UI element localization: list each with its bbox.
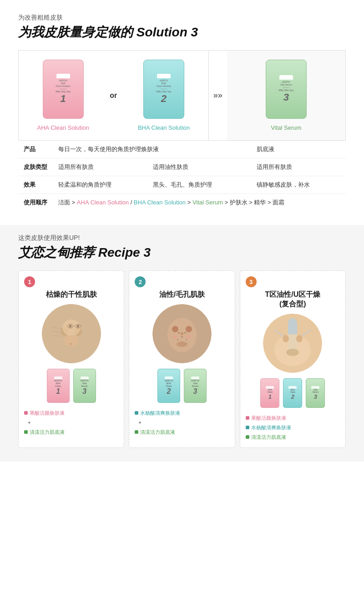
product-right: ARRTIAVital Serum———Milky Way Spa 3 Vita…: [227, 51, 345, 140]
mini-bottle-aha-3: AHAClean 1: [260, 378, 279, 408]
mini-bottle-vital-3: VitalSerum 3: [306, 378, 325, 408]
card-bottles-3: AHAClean 1 BHAClean 2 VitalSerum 3: [260, 378, 325, 408]
table-row-effect: 效果 轻柔温和的角质护理 黑头、毛孔、角质护理 镇静敏感皮肤，补水: [18, 176, 346, 194]
product-desc-vital: 肌底液: [251, 141, 346, 158]
card-title-3: T区油性/U区干燥 (复合型): [265, 290, 320, 309]
dot-green-1: [24, 430, 28, 434]
mini-bottle-vital-1: ARRTIAVitalSerum 3: [73, 369, 96, 403]
label-effect: 效果: [18, 176, 53, 194]
label-usage: 使用顺序: [18, 194, 53, 212]
face-svg-combo: [263, 314, 322, 373]
bottom-section: 这类皮肤使用效果UP! 艾恋之甸推荐 Recipe 3 1 枯燥的干性肌肤: [0, 225, 364, 462]
dot-green-2: [135, 430, 138, 434]
page-wrapper: 为改善粗糙皮肤 为我皮肤量身定做的 Solution 3 ARRTIAAHACl…: [0, 0, 364, 462]
svg-point-13: [172, 326, 178, 332]
mini-num-2: 2: [167, 387, 171, 396]
bottle-number-bha: 2: [161, 93, 167, 105]
card-bottles-1: ARRTIAAHAClean 1 ARRTIAVitalSerum 3: [47, 369, 96, 403]
ing-text-vital-1: 清漾活力肌底液: [30, 429, 65, 435]
svg-point-15: [173, 335, 177, 339]
face-combo-illustration: [263, 314, 322, 373]
card-title-2: 油性/毛孔肌肤: [159, 290, 205, 300]
dot-teal-2: [135, 411, 138, 415]
main-title-cn: 为我皮肤量身定做的: [18, 25, 133, 39]
arrow-label: »»: [209, 91, 227, 100]
effect-bha: 黑头、毛孔、角质护理: [147, 176, 251, 194]
brand-label-aha: ARRTIAAHAClean Solution———Milky Way Spa: [56, 79, 71, 93]
mini-bottle-bha-2: ARRTIABHAClean 2: [157, 369, 180, 403]
mini-num-1b: 1: [268, 393, 272, 400]
face-combo: [263, 314, 322, 373]
product-bha: ARRTIABHAClean Solution———Milky Way Spa …: [124, 60, 203, 131]
bottle-cap-vital: [279, 75, 293, 80]
label-product: 产品: [18, 141, 53, 158]
svg-point-22: [177, 339, 178, 341]
card-ingredients-2: 水杨酸清爽焕肤液 + 清漾活力肌底液: [135, 408, 229, 437]
face-dry-illustration: 👁 👁 ⌣: [42, 304, 101, 363]
top-subtitle: 为改善粗糙皮肤: [18, 14, 346, 22]
dot-green-3: [246, 435, 249, 439]
bottom-title-cn: 艾恋之甸推荐: [18, 245, 95, 259]
usage-sep1: >: [186, 199, 192, 206]
skintype-bha: 适用油性肤质: [147, 158, 251, 176]
svg-point-16: [187, 335, 191, 339]
mini-num-3c: 3: [314, 393, 317, 400]
usage-slash: /: [129, 199, 134, 206]
top-section: 为改善粗糙皮肤 为我皮肤量身定做的 Solution 3 ARRTIAAHACl…: [0, 0, 364, 141]
bottle-number-aha: 1: [61, 93, 66, 105]
table-row-skintype: 皮肤类型 适用所有肤质 适用油性肤质 适用所有肤质: [18, 158, 346, 176]
skintype-vital: 适用所有肤质: [251, 158, 346, 176]
card-number-2: 2: [135, 276, 146, 287]
card-ingredients-1: 果酸活颜焕肤液 + 清漾活力肌底液: [24, 408, 118, 437]
plus-2: +: [135, 420, 141, 425]
face-oily-illustration: [152, 304, 212, 363]
card-title-1: 枯燥的干性肌肤: [46, 290, 97, 300]
brand-label-vital: ARRTIAVital Serum———Milky Way Spa: [278, 81, 293, 92]
mini-num-3a: 3: [82, 387, 86, 396]
bottle-bha: ARRTIABHAClean Solution———Milky Way Spa …: [143, 60, 184, 119]
svg-point-29: [286, 349, 299, 356]
usage-bha: BHA Clean Solution: [134, 199, 186, 206]
mini-bottle-vital-2: ARRTIAVitalSerum 3: [184, 369, 207, 403]
mini-bottle-bha-3: BHAClean 2: [283, 378, 302, 408]
dot-teal-3: [246, 426, 249, 429]
card-number-3: 3: [246, 276, 257, 287]
mini-num-2b: 2: [291, 393, 294, 400]
svg-point-18: [177, 341, 187, 347]
product-name-bha: BHA Clean Solution: [138, 124, 190, 131]
product-left: ARRTIAAHAClean Solution———Milky Way Spa …: [19, 51, 209, 140]
recipe-card-1: 1 枯燥的干性肌肤 👁 👁 ⌣: [18, 270, 124, 448]
product-name-aha: AHA Clean Solution: [37, 124, 89, 131]
svg-point-17: [181, 332, 183, 335]
product-name-vital: Vital Serum: [271, 124, 301, 131]
card-ingredients-3: 果酸活颜焕肤液 水杨酸清爽焕肤液 清漾活力肌底液: [246, 413, 340, 442]
product-vital: ARRTIAVital Serum———Milky Way Spa 3 Vita…: [236, 60, 336, 131]
table-row-product: 产品 每日一次，每天使用的角质护理焕肤液 肌底液: [18, 141, 346, 158]
card-bottles-2: ARRTIABHAClean 2 ARRTIAVitalSerum 3: [157, 369, 207, 403]
svg-point-23: [186, 339, 187, 341]
brand-label-bha: ARRTIABHAClean Solution———Milky Way Spa: [157, 79, 172, 93]
mini-num-3b: 3: [193, 387, 197, 396]
bottom-subtitle: 这类皮肤使用效果UP!: [18, 234, 346, 242]
ing-text-vital-2: 清漾活力肌底液: [140, 429, 175, 435]
ing-text-vital-3: 清漾活力肌底液: [251, 434, 286, 440]
usage-vital: Vital Serum: [192, 199, 223, 206]
svg-text:⌣: ⌣: [69, 341, 72, 346]
svg-point-20: [184, 332, 186, 334]
svg-point-14: [186, 326, 192, 332]
effect-aha: 轻柔温和的角质护理: [53, 176, 147, 194]
svg-text:👁: 👁: [67, 323, 74, 330]
ing-text-aha: 果酸活颜焕肤液: [30, 410, 65, 416]
recipe-cards: 1 枯燥的干性肌肤 👁 👁 ⌣: [18, 270, 346, 448]
product-desc-aha-bha: 每日一次，每天使用的角质护理焕肤液: [53, 141, 251, 158]
dot-pink-1: [24, 411, 28, 415]
table-row-usage: 使用顺序 洁面 > AHA Clean Solution / BHA Clean…: [18, 194, 346, 212]
product-aha: ARRTIAAHAClean Solution———Milky Way Spa …: [23, 60, 103, 131]
recipe-card-3: 3 T区油性/U区干燥 (复合型): [240, 270, 346, 448]
product-comparison-box: ARRTIAAHAClean Solution———Milky Way Spa …: [18, 50, 346, 141]
skintype-aha: 适用所有肤质: [53, 158, 147, 176]
or-label: or: [103, 92, 124, 100]
usage-rest: > 护肤水 > 精华 > 面霜: [223, 199, 284, 206]
mini-num-1: 1: [56, 387, 60, 396]
section-divider: [0, 211, 364, 225]
